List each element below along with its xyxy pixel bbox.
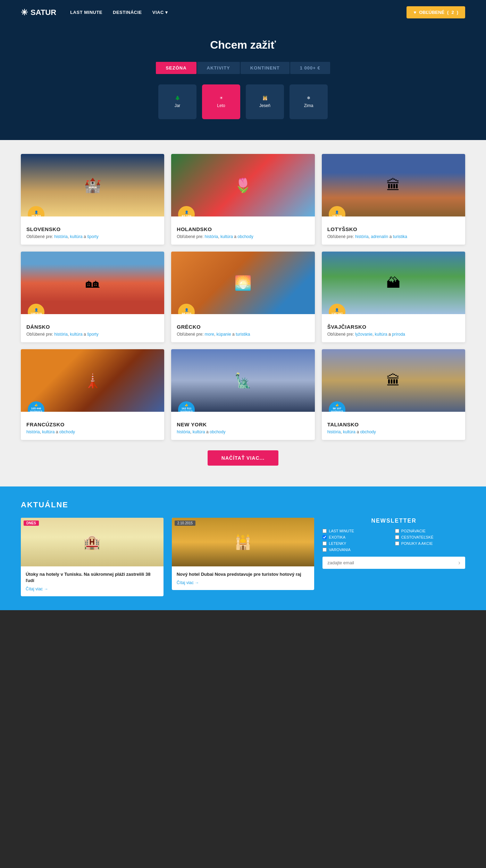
oblubene-button[interactable]: ♥ OBĽÚBENÉ (2) bbox=[407, 6, 465, 18]
thumbsup-icon: 👍 bbox=[34, 403, 38, 407]
francuzsko-image: 🗼 bbox=[21, 349, 164, 412]
load-more-button[interactable]: NAČÍTAŤ VIAC... bbox=[208, 450, 278, 466]
checkbox-cestovatelske-input[interactable] bbox=[395, 535, 399, 539]
hero-section: Chcem zažiť SEZÓNA AKTIVITY KONTINENT 1 … bbox=[0, 25, 486, 140]
dest-img-lotyssko: 🏛 👤 16 109 bbox=[322, 154, 465, 216]
checkbox-ponuky-input[interactable] bbox=[395, 541, 399, 546]
holandsko-info: HOLANDSKO Obľúbené pre: história, kultúr… bbox=[171, 216, 315, 245]
news-title-dubai: Nový hotel Dubai Nova predstavuje pre tu… bbox=[177, 571, 310, 578]
season-leto[interactable]: ☀ Leto bbox=[202, 84, 240, 119]
dest-img-slovensko: 🏰 👤 25 848 bbox=[21, 154, 164, 216]
aktualne-title: AKTUÁLNE bbox=[21, 500, 465, 509]
dest-card-grecko: 🌅 👤 98 433 GRÉCKO Obľúbené pre: more, kú… bbox=[171, 252, 315, 342]
taliansko-image: 🏛 bbox=[322, 349, 465, 412]
news-card-tunis: 🏨 DNES Útoky na hotely v Tunisku. Na súk… bbox=[21, 518, 164, 596]
dest-card-taliansko: 🏛 👍 98 107 predaných zájazdov TALIANSKO … bbox=[322, 349, 465, 440]
holandsko-name: HOLANDSKO bbox=[177, 226, 309, 232]
svajciarsko-image: 🏔 bbox=[322, 252, 465, 314]
newyork-info: NEW YORK história, kultúra a obchody bbox=[171, 412, 315, 440]
season-selector: 🌲 Jar ☀ Leto 🕌 Jeseň ❄ Zima bbox=[0, 84, 486, 119]
dest-img-dansko: 🏘 👤 188 019 bbox=[21, 252, 164, 314]
season-jesen[interactable]: 🕌 Jeseň bbox=[246, 84, 284, 119]
people-icon: 👤 bbox=[34, 308, 38, 312]
logo-icon: ✳ bbox=[21, 8, 28, 17]
hero-title: Chcem zažiť bbox=[0, 39, 486, 51]
dest-img-francuzsko: 🗼 👍 105 446 predaných zájazdov bbox=[21, 349, 164, 412]
season-zima[interactable]: ❄ Zima bbox=[290, 84, 328, 119]
checkbox-ponuky[interactable]: PONUKY A AKCIE bbox=[395, 541, 465, 546]
dansko-info: DÁNSKO Obľúbené pre: história, kultúra a… bbox=[21, 314, 164, 342]
people-icon: 👤 bbox=[335, 211, 339, 214]
nav-last-minute[interactable]: LAST MINUTE bbox=[70, 10, 102, 15]
lotyssko-desc: Obľúbené pre: história, adrenalín a turi… bbox=[327, 234, 460, 239]
tab-aktivity[interactable]: AKTIVITY bbox=[197, 62, 240, 74]
season-jar[interactable]: 🌲 Jar bbox=[158, 84, 196, 119]
lotyssko-image: 🏛 bbox=[322, 154, 465, 216]
people-icon: 👤 bbox=[185, 211, 188, 214]
nav-viac[interactable]: VIAC ▾ bbox=[152, 10, 168, 15]
checkbox-letenky-input[interactable] bbox=[322, 541, 327, 546]
jesen-label: Jeseň bbox=[259, 103, 270, 108]
dansko-image: 🏘 bbox=[21, 252, 164, 314]
checkbox-last-minute-input[interactable] bbox=[322, 529, 327, 533]
tab-kontinent[interactable]: KONTINENT bbox=[241, 62, 290, 74]
newsletter-checkboxes: LAST MINUTE POZNÁVACIE EXOTIKA CESTOVATE… bbox=[322, 529, 465, 552]
news-img-dubai: 🕌 2.10.2015 bbox=[172, 518, 315, 566]
zima-icon: ❄ bbox=[307, 96, 310, 100]
jar-label: Jar bbox=[175, 103, 181, 108]
checkbox-varovania-input[interactable] bbox=[322, 548, 327, 552]
checkbox-exotika-input[interactable] bbox=[322, 535, 327, 539]
zima-label: Zima bbox=[304, 103, 313, 108]
checkbox-letenky[interactable]: LETENKY bbox=[322, 541, 393, 546]
dest-card-svajciarsko: 🏔 👤 130 197 ŠVAJČIARSKO Obľúbené pre: ly… bbox=[322, 252, 465, 342]
dest-card-holandsko: 🌷 👤 92 189 HOLANDSKO Obľúbené pre: histó… bbox=[171, 154, 315, 245]
dansko-desc: Obľúbené pre: história, kultúra a športy bbox=[26, 332, 159, 337]
francuzsko-desc: história, kultúra a obchody bbox=[26, 429, 159, 434]
email-input[interactable] bbox=[322, 557, 453, 569]
aktualne-grid: 🏨 DNES Útoky na hotely v Tunisku. Na súk… bbox=[21, 518, 465, 596]
dest-card-dansko: 🏘 👤 188 019 DÁNSKO Obľúbené pre: históri… bbox=[21, 252, 164, 342]
lotyssko-name: LOTYŠSKO bbox=[327, 226, 460, 232]
dest-card-lotyssko: 🏛 👤 16 109 LOTYŠSKO Obľúbené pre: histór… bbox=[322, 154, 465, 245]
dest-card-slovensko: 🏰 👤 25 848 SLOVENSKO Obľúbené pre: histó… bbox=[21, 154, 164, 245]
leto-label: Leto bbox=[217, 103, 225, 108]
slovensko-desc: Obľúbené pre: história, kultúra a športy bbox=[26, 234, 159, 239]
dest-card-newyork: 🗽 👍 162 511 predaných zájazdov NEW YORK … bbox=[171, 349, 315, 440]
checkbox-cestovatelske[interactable]: CESTOVATEĽSKÉ bbox=[395, 535, 465, 539]
dest-img-taliansko: 🏛 👍 98 107 predaných zájazdov bbox=[322, 349, 465, 412]
grecko-desc: Obľúbené pre: more, kúpanie a turistika bbox=[177, 332, 309, 337]
news-link-tunis[interactable]: Čítaj viac → bbox=[26, 587, 159, 591]
oblubene-label: OBĽÚBENÉ bbox=[419, 10, 444, 15]
header-left: ✳ SATUR LAST MINUTE DESTINÁCIE VIAC ▾ bbox=[21, 8, 168, 17]
news-link-dubai[interactable]: Čítaj viac → bbox=[177, 580, 310, 585]
tab-sezona[interactable]: SEZÓNA bbox=[156, 62, 196, 74]
checkbox-varovania[interactable]: VAROVANIA bbox=[322, 548, 393, 552]
people-icon: 👤 bbox=[185, 308, 188, 312]
tab-price[interactable]: 1 000+ € bbox=[290, 62, 330, 74]
logo-text: SATUR bbox=[31, 8, 56, 17]
svajciarsko-info: ŠVAJČIARSKO Obľúbené pre: lyžovanie, kul… bbox=[322, 314, 465, 342]
main-nav: LAST MINUTE DESTINÁCIE VIAC ▾ bbox=[70, 10, 168, 15]
francuzsko-name: FRANCÚZSKO bbox=[26, 421, 159, 427]
checkbox-poznavanie[interactable]: POZNÁVACIE bbox=[395, 529, 465, 533]
leto-icon: ☀ bbox=[219, 96, 223, 100]
newyork-name: NEW YORK bbox=[177, 421, 309, 427]
nav-destinacie[interactable]: DESTINÁCIE bbox=[113, 10, 142, 15]
email-submit-button[interactable]: › bbox=[453, 557, 465, 569]
checkbox-poznavanie-input[interactable] bbox=[395, 529, 399, 533]
email-row: › bbox=[322, 557, 465, 569]
thumbsup-icon: 👍 bbox=[185, 403, 188, 407]
taliansko-desc: história, kultúra a obchody bbox=[327, 429, 460, 434]
news-title-tunis: Útoky na hotely v Tunisku. Na súkromnej … bbox=[26, 571, 159, 584]
logo[interactable]: ✳ SATUR bbox=[21, 8, 56, 17]
checkbox-exotika[interactable]: EXOTIKA bbox=[322, 535, 393, 539]
newsletter-title: NEWSLETTER bbox=[322, 518, 465, 524]
grecko-name: GRÉCKO bbox=[177, 324, 309, 330]
main-content: 🏰 👤 25 848 SLOVENSKO Obľúbené pre: histó… bbox=[0, 140, 486, 486]
checkbox-last-minute[interactable]: LAST MINUTE bbox=[322, 529, 393, 533]
dest-img-grecko: 🌅 👤 98 433 bbox=[171, 252, 315, 314]
grecko-image: 🌅 bbox=[171, 252, 315, 314]
lotyssko-info: LOTYŠSKO Obľúbené pre: história, adrenal… bbox=[322, 216, 465, 245]
people-icon: 👤 bbox=[34, 211, 38, 214]
francuzsko-info: FRANCÚZSKO história, kultúra a obchody bbox=[21, 412, 164, 440]
